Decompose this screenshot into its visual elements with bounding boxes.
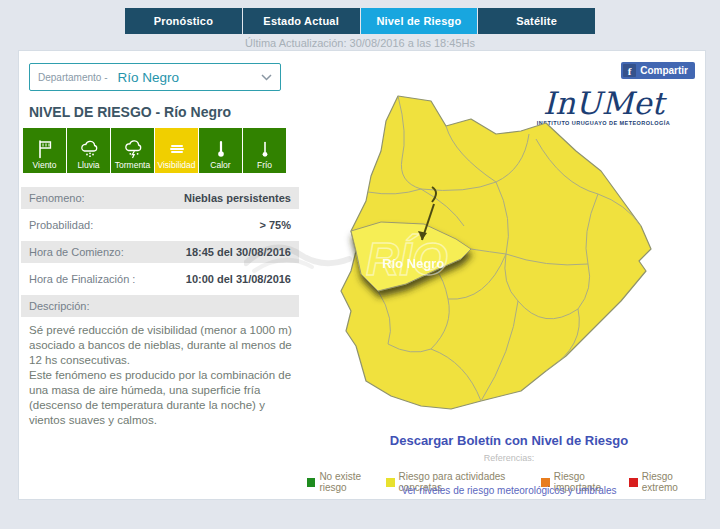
risk-type-label: Tormenta [115,161,150,170]
risk-type-label: Visibilidad [157,161,195,170]
tab-nivel-de-riesgo[interactable]: Nivel de Riesgo [361,8,478,34]
main-panel: Departamento - Río Negro NIVEL DE RIESGO… [18,50,706,500]
download-bulletin-link[interactable]: Descargar Boletín con Nivel de Riesgo [319,433,699,448]
description-text: Sé prevé reducción de visibilidad (menor… [29,323,297,428]
uruguay-risk-map[interactable]: Río Negro [336,94,711,429]
row-fenomeno: Fenomeno: Nieblas persistentes [21,187,299,209]
risk-thresholds-link[interactable]: Ver niveles de riesgo meteorológicos y u… [319,485,699,496]
field-label: Hora de Finalización : [29,273,135,285]
row-descripcion-header: Descripción: [21,295,299,317]
fog-icon [166,138,188,160]
row-hora-finalizacion: Hora de Finalización : 10:00 del 31/08/2… [21,268,299,290]
department-label: Río Negro [382,256,444,271]
wind-flag-icon [34,138,56,160]
storm-cloud-icon [122,138,144,160]
thermometer-hot-icon [210,138,232,160]
risk-info-table: Fenomeno: Nieblas persistentes Probabili… [21,187,299,322]
field-label: Fenomeno: [29,192,85,204]
risk-type-tormenta[interactable]: Tormenta [111,128,154,173]
tab-estado-actual[interactable]: Estado Actual [243,8,360,34]
risk-type-label: Calor [210,161,230,170]
row-hora-comienzo: Hora de Comienzo: 18:45 del 30/08/2016 [21,241,299,263]
field-label: Descripción: [29,300,90,312]
last-update-text: Última Actualización: 30/08/2016 a las 1… [0,37,720,49]
thermometer-cold-icon [254,138,276,160]
field-value: > 75% [260,219,292,231]
risk-type-label: Viento [33,161,57,170]
chevron-down-icon [261,74,272,81]
row-probabilidad: Probabilidad: > 75% [21,214,299,236]
field-value: 18:45 del 30/08/2016 [186,246,291,258]
risk-type-calor[interactable]: Calor [199,128,242,173]
department-dropdown-label: Departamento - [38,72,107,83]
field-value: Nieblas persistentes [184,192,291,204]
share-label: Compartir [640,65,688,76]
rain-cloud-icon [78,138,100,160]
tab-satelite[interactable]: Satélite [478,8,595,34]
risk-type-frio[interactable]: Frío [243,128,286,173]
page-title: NIVEL DE RIESGO - Río Negro [29,104,231,120]
top-nav-tabs: Pronóstico Estado Actual Nivel de Riesgo… [125,8,595,34]
facebook-icon: f [623,64,636,77]
department-dropdown-value: Río Negro [117,70,261,85]
field-value: 10:00 del 31/08/2016 [186,273,291,285]
risk-type-lluvia[interactable]: Lluvia [67,128,110,173]
risk-type-selector: Viento Lluvia Tormenta [23,128,286,173]
references-label: Referencias: [319,453,699,463]
nivel-de-riesgo-page: Pronóstico Estado Actual Nivel de Riesgo… [0,0,720,529]
risk-type-viento[interactable]: Viento [23,128,66,173]
legend-swatch-green [307,478,315,487]
risk-type-label: Frío [257,161,272,170]
field-label: Probabilidad: [29,219,93,231]
risk-type-visibilidad[interactable]: Visibilidad [155,128,198,173]
facebook-share-button[interactable]: f Compartir [621,62,695,79]
department-dropdown[interactable]: Departamento - Río Negro [29,63,281,91]
risk-type-label: Lluvia [77,161,99,170]
field-label: Hora de Comienzo: [29,246,124,258]
tab-pronostico[interactable]: Pronóstico [125,8,242,34]
